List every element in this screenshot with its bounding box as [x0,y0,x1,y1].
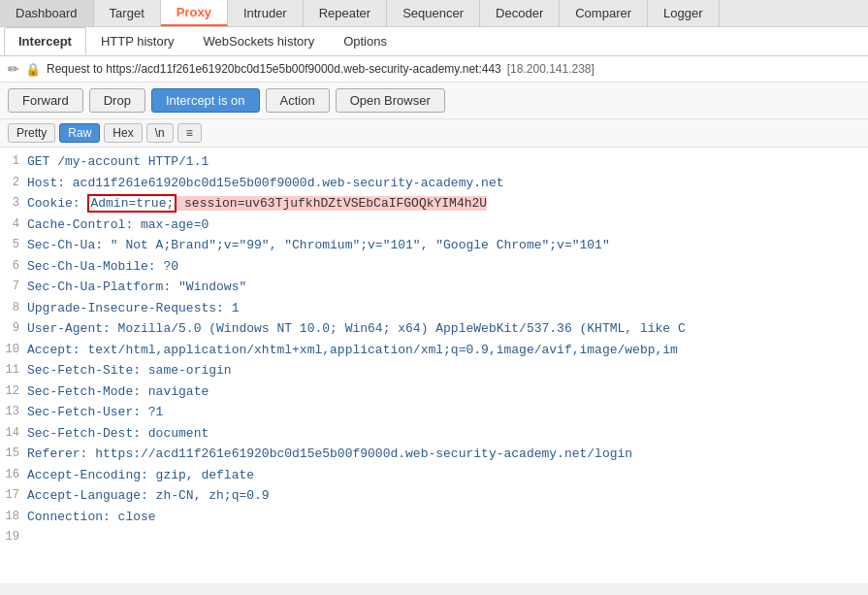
nav-target[interactable]: Target [94,0,161,26]
code-line: 14Sec-Fetch-Dest: document [0,423,868,445]
action-button[interactable]: Action [266,88,330,113]
subnav-intercept[interactable]: Intercept [4,27,86,55]
request-bar: ✏ 🔒 Request to https://acd11f261e61920bc… [0,56,868,83]
line-content: Connection: close [27,508,868,527]
line-content: GET /my-account HTTP/1.1 [27,152,868,172]
request-ip: [18.200.141.238] [507,62,595,76]
line-number: 11 [0,361,27,380]
code-line: 7Sec-Ch-Ua-Platform: "Windows" [0,277,868,298]
line-content: Host: acd11f261e61920bc0d15e5b00f9000d.w… [27,174,868,193]
line-content: User-Agent: Mozilla/5.0 (Windows NT 10.0… [27,319,868,339]
line-number: 18 [0,508,27,527]
request-url: Request to https://acd11f261e61920bc0d15… [47,62,501,76]
line-number: 17 [0,486,27,506]
code-line: 17Accept-Language: zh-CN, zh;q=0.9 [0,485,868,507]
code-area: 1GET /my-account HTTP/1.12Host: acd11f26… [0,148,868,583]
line-number: 6 [0,257,27,277]
admin-cookie-value: Admin=true; [87,194,177,213]
line-number: 14 [0,424,27,444]
line-number: 15 [0,445,27,464]
code-line: 2Host: acd11f261e61920bc0d15e5b00f9000d.… [0,173,868,194]
line-number: 16 [0,466,27,485]
code-line: 12Sec-Fetch-Mode: navigate [0,381,868,403]
action-bar: Forward Drop Intercept is on Action Open… [0,83,868,119]
line-content: Accept-Encoding: gzip, deflate [27,466,868,485]
line-number: 9 [0,319,27,339]
code-line: 13Sec-Fetch-User: ?1 [0,402,868,423]
line-number: 7 [0,278,27,297]
open-browser-button[interactable]: Open Browser [336,88,445,113]
code-line: 8Upgrade-Insecure-Requests: 1 [0,298,868,319]
line-number: 12 [0,382,27,402]
line-content: Sec-Ch-Ua-Platform: "Windows" [27,278,868,297]
line-content: Sec-Fetch-Mode: navigate [27,382,868,402]
line-number: 19 [0,528,27,545]
code-line: 10Accept: text/html,application/xhtml+xm… [0,340,868,361]
sub-nav: Intercept HTTP history WebSockets histor… [0,27,868,56]
code-line: 19 [0,527,868,546]
line-content: Sec-Fetch-Site: same-origin [27,361,868,380]
line-content: Sec-Ch-Ua-Mobile: ?0 [27,257,868,277]
line-content: Accept: text/html,application/xhtml+xml,… [27,341,868,360]
nav-comparer[interactable]: Comparer [560,0,648,26]
line-number: 8 [0,299,27,318]
code-line: 16Accept-Encoding: gzip, deflate [0,465,868,486]
menu-button[interactable]: ≡ [177,123,202,143]
code-line: 5Sec-Ch-Ua: " Not A;Brand";v="99", "Chro… [0,235,868,256]
nav-intruder[interactable]: Intruder [228,0,304,26]
nav-decoder[interactable]: Decoder [480,0,560,26]
line-content: Upgrade-Insecure-Requests: 1 [27,299,868,318]
line-content: Sec-Fetch-Dest: document [27,424,868,444]
nav-repeater[interactable]: Repeater [304,0,387,26]
code-line: 1GET /my-account HTTP/1.1 [0,151,868,173]
edit-icon: ✏ [8,61,19,77]
line-content: Cache-Control: max-age=0 [27,215,868,235]
line-content: Referer: https://acd11f261e61920bc0d15e5… [27,445,868,464]
line-number: 3 [0,194,27,214]
code-line: 15Referer: https://acd11f261e61920bc0d15… [0,444,868,465]
raw-button[interactable]: Raw [59,123,100,143]
line-content: Accept-Language: zh-CN, zh;q=0.9 [27,486,868,506]
line-number: 1 [0,152,27,172]
line-number: 4 [0,215,27,235]
line-content: Sec-Ch-Ua: " Not A;Brand";v="99", "Chrom… [27,236,868,255]
drop-button[interactable]: Drop [89,88,145,113]
line-content: Cookie: Admin=true; session=uv63TjufkhDZ… [27,194,868,214]
line-number: 13 [0,403,27,422]
nav-sequencer[interactable]: Sequencer [387,0,480,26]
nav-dashboard[interactable]: Dashboard [0,0,94,26]
format-bar: Pretty Raw Hex \n ≡ [0,119,868,148]
code-line: 11Sec-Fetch-Site: same-origin [0,360,868,381]
pretty-button[interactable]: Pretty [8,123,55,143]
top-nav: Dashboard Target Proxy Intruder Repeater… [0,0,868,27]
forward-button[interactable]: Forward [8,88,83,113]
hex-button[interactable]: Hex [104,123,142,143]
code-line: 4Cache-Control: max-age=0 [0,215,868,236]
code-line: 18Connection: close [0,507,868,528]
nav-proxy[interactable]: Proxy [161,0,228,26]
code-line: 6Sec-Ch-Ua-Mobile: ?0 [0,256,868,278]
line-content: Sec-Fetch-User: ?1 [27,403,868,422]
line-number: 2 [0,174,27,193]
code-line: 3Cookie: Admin=true; session=uv63TjufkhD… [0,193,868,215]
intercept-button[interactable]: Intercept is on [151,88,260,113]
lock-icon: 🔒 [25,62,41,77]
line-number: 10 [0,341,27,360]
newline-button[interactable]: \n [146,123,174,143]
subnav-websockets[interactable]: WebSockets history [189,27,330,55]
line-number: 5 [0,236,27,255]
subnav-http-history[interactable]: HTTP history [86,27,189,55]
subnav-options[interactable]: Options [329,27,402,55]
code-line: 9User-Agent: Mozilla/5.0 (Windows NT 10.… [0,318,868,340]
line-content [27,528,868,545]
nav-logger[interactable]: Logger [648,0,719,26]
session-cookie-value: session=uv63TjufkhDZtVSEbCaIFGOQkYIM4h2U [177,196,487,211]
